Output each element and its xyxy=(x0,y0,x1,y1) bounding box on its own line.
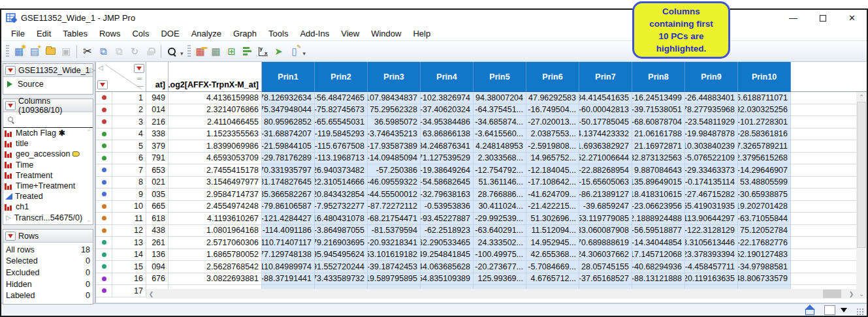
row-number[interactable]: 6 xyxy=(112,153,146,165)
cell-clipped-column[interactable]: 653 xyxy=(146,164,169,177)
cell-prin3[interactable]: -81.5379594 xyxy=(368,225,421,237)
column-header-prin2[interactable]: Prin2 xyxy=(315,62,368,92)
home-icon[interactable] xyxy=(805,305,815,314)
table-menu-icon[interactable] xyxy=(5,66,16,75)
cell-prin1[interactable]: 81.174827645 xyxy=(262,177,315,189)
row-number[interactable]: 17 xyxy=(112,285,146,297)
cell-prin1[interactable]: 70.331935797 xyxy=(262,164,315,177)
cell-log2[interactable]: 4.4136159988 xyxy=(169,92,262,104)
cell-log2[interactable]: 1.6865780052 xyxy=(169,249,262,262)
cell-prin9[interactable]: -29.33463373 xyxy=(685,164,738,177)
cell-prin10[interactable]: -28.58361816 xyxy=(738,128,791,141)
cell-prin1[interactable]: -121.4284427 xyxy=(262,213,315,225)
cell-prin2[interactable]: -56.48472465 xyxy=(315,92,368,104)
rows-menu-icon[interactable] xyxy=(5,232,16,241)
cell-prin1[interactable]: 80.95962852 xyxy=(262,116,315,128)
row-state-marker[interactable] xyxy=(96,237,112,249)
distribution-icon[interactable]: ⊞ xyxy=(224,44,240,59)
cell-prin4[interactable]: 54.835109389 xyxy=(421,273,474,286)
row-state-marker[interactable] xyxy=(96,225,112,237)
cell-prin8[interactable]: -14.34044854 xyxy=(632,237,685,249)
cell-prin2[interactable]: -75.82745673 xyxy=(315,104,368,117)
graph-bars-icon[interactable] xyxy=(240,44,255,59)
cell-prin5[interactable]: 24.333502... xyxy=(474,237,526,249)
cell-prin9[interactable]: 3.3105613446 xyxy=(685,237,738,249)
column-header-log2[interactable]: Log2[AFFX-TrpnX-M_at] xyxy=(169,62,262,92)
column-header-prin10[interactable]: Prin10 xyxy=(738,62,791,92)
cell-prin7[interactable]: 70.689888619 xyxy=(579,237,632,249)
cell-prin4[interactable]: 63.86866138 xyxy=(421,128,474,141)
row-state-marker[interactable] xyxy=(96,116,112,128)
cell-prin4[interactable]: -54.58682645 xyxy=(421,177,474,189)
cell-prin1[interactable]: 78.126932634 xyxy=(262,92,315,104)
cell-log2[interactable]: 2.3214076866 xyxy=(169,104,262,117)
cell-prin10[interactable]: 48.806733579 xyxy=(738,273,791,286)
cell-prin1[interactable]: -79.86106587 xyxy=(262,201,315,213)
column-item-logtrpn-4675-0-[interactable]: ▷LogTrpn...4675/0) xyxy=(3,223,93,224)
row-number[interactable]: 13 xyxy=(112,237,146,249)
cell-prin4[interactable]: 84.246876341 xyxy=(421,140,474,153)
cell-prin9[interactable]: -5.076522109 xyxy=(685,153,738,165)
row-state-marker[interactable] xyxy=(96,164,112,177)
column-item-transcri-54675-0-[interactable]: ▷Transcri...54675/0) xyxy=(3,213,93,223)
column-header-prin9[interactable]: Prin9 xyxy=(685,62,738,92)
cell-prin4[interactable]: 71.127539529 xyxy=(421,153,474,165)
column-item-ch1[interactable]: ch1 xyxy=(3,202,93,212)
row-state-marker[interactable] xyxy=(96,153,112,165)
cell-clipped-column[interactable]: 014 xyxy=(146,104,169,117)
cell-prin6[interactable]: 14.965752... xyxy=(526,153,579,165)
cell-prin7[interactable]: -50.17785045 xyxy=(579,116,632,128)
hscroll-thumb[interactable] xyxy=(823,290,841,298)
cell-prin4[interactable]: -34.95384486 xyxy=(421,116,474,128)
cell-prin10[interactable]: -22.17682776 xyxy=(738,237,791,249)
vscroll-track[interactable] xyxy=(856,102,867,289)
cell-prin5[interactable]: 4.248148953 xyxy=(474,140,526,153)
column-header-prin8[interactable]: Prin8 xyxy=(632,62,685,92)
cell-log2[interactable]: 1.0801964168 xyxy=(169,225,262,237)
row-number[interactable]: 2 xyxy=(112,104,146,117)
cell-prin4[interactable]: -32.79638163 xyxy=(421,189,474,201)
cell-prin8[interactable]: -16.24513499 xyxy=(632,92,685,104)
row-state-marker[interactable] xyxy=(96,285,112,297)
cell-prin8[interactable]: 17.145712068 xyxy=(632,249,685,262)
scroll-up-icon[interactable]: ⌃ xyxy=(87,129,91,135)
scroll-left-icon[interactable]: ❮ xyxy=(146,289,156,299)
row-number[interactable]: 8 xyxy=(112,177,146,189)
cell-prin2[interactable]: -3.864987055 xyxy=(315,225,368,237)
save-icon[interactable]: ▣ xyxy=(58,44,74,59)
lock-icon[interactable] xyxy=(142,44,158,59)
status-checkbox[interactable] xyxy=(824,305,835,315)
cell-prin10[interactable]: 53.48805599 xyxy=(738,177,791,189)
cell-prin2[interactable]: -7.952732277 xyxy=(315,201,368,213)
cell-prin9[interactable]: -27.46715282 xyxy=(685,189,738,201)
cell-prin10[interactable]: -30.65938875 xyxy=(738,189,791,201)
vertical-scrollbar[interactable]: ⌃ ⌄ xyxy=(856,92,867,299)
cell-prin6[interactable]: 51.302696... xyxy=(526,213,579,225)
cell-prin7[interactable]: 53.119779085 xyxy=(579,213,632,225)
cell-clipped-column[interactable]: 949 xyxy=(146,92,169,104)
cell-prin7[interactable]: 1.6936382927 xyxy=(579,140,632,153)
menu-window[interactable]: Window xyxy=(365,27,407,40)
cell-prin7[interactable]: 33.060087908 xyxy=(579,225,632,237)
cell-prin7[interactable]: 52.271006644 xyxy=(579,153,632,165)
cell-prin2[interactable]: -115.6767508 xyxy=(315,140,368,153)
cell-prin10[interactable]: -34.97988581 xyxy=(738,261,791,273)
cell-prin4[interactable]: 62.290533465 xyxy=(421,237,474,249)
column-header-clipped[interactable]: at] xyxy=(146,62,169,92)
paste-icon[interactable]: ⧉ xyxy=(111,44,127,59)
cell-clipped-column[interactable]: 021 xyxy=(146,177,169,189)
cell-prin5[interactable]: 28.766886... xyxy=(474,189,526,201)
cell-log2[interactable]: 1.1523355563 xyxy=(169,128,262,141)
cell-prin1[interactable]: -21.59844105 xyxy=(262,140,315,153)
menu-view[interactable]: View xyxy=(335,27,365,40)
cell-prin7[interactable]: -39.6859247 xyxy=(579,201,632,213)
cell-prin10[interactable]: 19.202701428 xyxy=(738,201,791,213)
cell-prin5[interactable]: 94.38007204 xyxy=(474,92,526,104)
toolbar-overflow-icon[interactable]: ▾ xyxy=(303,50,306,57)
cell-prin9[interactable]: 23.378393394 xyxy=(685,249,738,262)
row-number[interactable]: 12 xyxy=(112,225,146,237)
cell-prin5[interactable]: -100.49975... xyxy=(474,249,526,262)
cell-prin7[interactable]: 24.306037662 xyxy=(579,249,632,262)
cell-clipped-column[interactable]: 094 xyxy=(146,261,169,273)
column-item-time[interactable]: Time xyxy=(3,160,93,170)
